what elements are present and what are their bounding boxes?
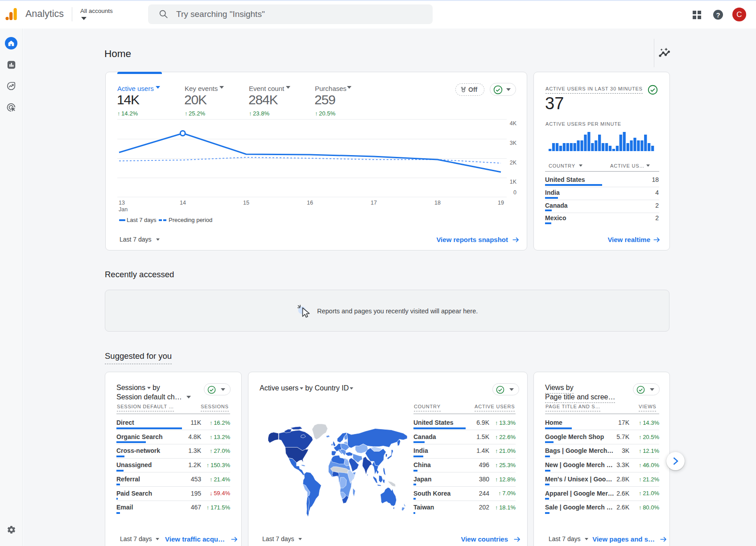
svg-text:13: 13 <box>119 200 125 206</box>
svg-text:1K: 1K <box>510 179 517 185</box>
svg-text:4K: 4K <box>510 120 517 127</box>
svg-text:14: 14 <box>180 200 186 206</box>
svg-text:19: 19 <box>498 200 504 206</box>
svg-text:2K: 2K <box>510 160 517 166</box>
svg-text:Jan: Jan <box>119 206 128 213</box>
svg-text:3K: 3K <box>510 140 517 146</box>
svg-text:18: 18 <box>434 200 441 206</box>
svg-text:17: 17 <box>371 200 377 206</box>
svg-text:0: 0 <box>513 189 516 196</box>
svg-text:15: 15 <box>243 200 249 206</box>
svg-text:16: 16 <box>307 200 313 206</box>
